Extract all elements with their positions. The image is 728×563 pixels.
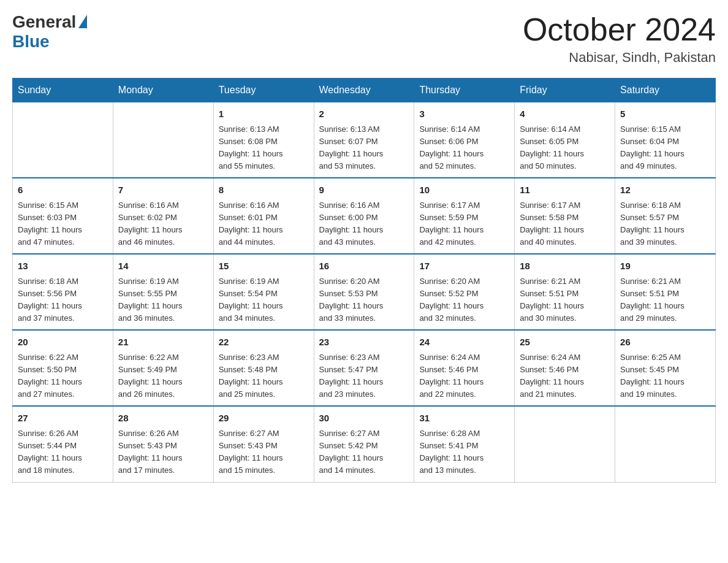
day-info: Sunrise: 6:24 AM Sunset: 5:46 PM Dayligh… (520, 351, 610, 401)
day-number: 18 (520, 259, 610, 274)
calendar-cell-w2-d1: 7Sunrise: 6:16 AM Sunset: 6:02 PM Daylig… (113, 178, 213, 254)
calendar-cell-w5-d3: 30Sunrise: 6:27 AM Sunset: 5:42 PM Dayli… (314, 406, 414, 482)
day-number: 12 (620, 183, 710, 197)
calendar-cell-w5-d2: 29Sunrise: 6:27 AM Sunset: 5:43 PM Dayli… (213, 406, 314, 482)
calendar-cell-w3-d6: 19Sunrise: 6:21 AM Sunset: 5:51 PM Dayli… (615, 254, 716, 330)
calendar-cell-w2-d4: 10Sunrise: 6:17 AM Sunset: 5:59 PM Dayli… (414, 178, 515, 254)
day-number: 7 (118, 183, 208, 197)
day-info: Sunrise: 6:28 AM Sunset: 5:41 PM Dayligh… (419, 427, 509, 477)
day-info: Sunrise: 6:14 AM Sunset: 6:05 PM Dayligh… (520, 123, 610, 173)
day-number: 15 (219, 259, 309, 274)
day-info: Sunrise: 6:19 AM Sunset: 5:55 PM Dayligh… (118, 275, 208, 325)
calendar-week-4: 20Sunrise: 6:22 AM Sunset: 5:50 PM Dayli… (13, 330, 716, 406)
day-number: 13 (18, 259, 108, 274)
calendar-cell-w4-d3: 23Sunrise: 6:23 AM Sunset: 5:47 PM Dayli… (314, 330, 414, 406)
day-number: 2 (319, 107, 409, 121)
day-info: Sunrise: 6:16 AM Sunset: 6:01 PM Dayligh… (219, 199, 309, 249)
day-info: Sunrise: 6:18 AM Sunset: 5:56 PM Dayligh… (18, 275, 108, 325)
logo-line2: Blue (12, 32, 50, 52)
day-number: 29 (219, 412, 309, 426)
logo-general-label: General (12, 12, 76, 32)
calendar-cell-w5-d4: 31Sunrise: 6:28 AM Sunset: 5:41 PM Dayli… (414, 406, 515, 482)
day-info: Sunrise: 6:16 AM Sunset: 6:02 PM Dayligh… (118, 199, 208, 249)
col-sunday: Sunday (13, 79, 113, 102)
day-info: Sunrise: 6:23 AM Sunset: 5:47 PM Dayligh… (319, 351, 409, 401)
calendar-cell-w3-d0: 13Sunrise: 6:18 AM Sunset: 5:56 PM Dayli… (13, 254, 113, 330)
day-number: 23 (319, 335, 409, 350)
calendar-cell-w3-d1: 14Sunrise: 6:19 AM Sunset: 5:55 PM Dayli… (113, 254, 213, 330)
calendar-cell-w1-d4: 3Sunrise: 6:14 AM Sunset: 6:06 PM Daylig… (414, 102, 515, 178)
page-header: General Blue October 2024 Nabisar, Sindh… (12, 12, 716, 66)
location-label: Nabisar, Sindh, Pakistan (523, 50, 716, 66)
day-info: Sunrise: 6:26 AM Sunset: 5:43 PM Dayligh… (118, 427, 208, 477)
day-number: 5 (620, 107, 710, 121)
calendar-cell-w5-d1: 28Sunrise: 6:26 AM Sunset: 5:43 PM Dayli… (113, 406, 213, 482)
calendar-cell-w1-d2: 1Sunrise: 6:13 AM Sunset: 6:08 PM Daylig… (213, 102, 314, 178)
day-number: 25 (520, 335, 610, 350)
day-number: 26 (620, 335, 710, 350)
day-number: 11 (520, 183, 610, 197)
logo-general-text: General (12, 12, 87, 32)
calendar-header-row: Sunday Monday Tuesday Wednesday Thursday… (13, 79, 716, 102)
calendar-cell-w1-d5: 4Sunrise: 6:14 AM Sunset: 6:05 PM Daylig… (515, 102, 615, 178)
day-number: 28 (118, 412, 208, 426)
month-title: October 2024 (523, 12, 716, 47)
day-info: Sunrise: 6:17 AM Sunset: 5:58 PM Dayligh… (520, 199, 610, 249)
day-info: Sunrise: 6:15 AM Sunset: 6:03 PM Dayligh… (18, 199, 108, 249)
day-info: Sunrise: 6:26 AM Sunset: 5:44 PM Dayligh… (18, 427, 108, 477)
day-number: 16 (319, 259, 409, 274)
calendar-cell-w2-d2: 8Sunrise: 6:16 AM Sunset: 6:01 PM Daylig… (213, 178, 314, 254)
day-number: 30 (319, 412, 409, 426)
day-number: 9 (319, 183, 409, 197)
day-number: 22 (219, 335, 309, 350)
day-info: Sunrise: 6:16 AM Sunset: 6:00 PM Dayligh… (319, 199, 409, 249)
calendar-cell-w2-d3: 9Sunrise: 6:16 AM Sunset: 6:00 PM Daylig… (314, 178, 414, 254)
col-thursday: Thursday (414, 79, 515, 102)
calendar-cell-w1-d0 (13, 102, 113, 178)
day-info: Sunrise: 6:19 AM Sunset: 5:54 PM Dayligh… (219, 275, 309, 325)
calendar-table: Sunday Monday Tuesday Wednesday Thursday… (12, 78, 716, 482)
day-number: 1 (219, 107, 309, 121)
calendar-cell-w5-d0: 27Sunrise: 6:26 AM Sunset: 5:44 PM Dayli… (13, 406, 113, 482)
day-info: Sunrise: 6:13 AM Sunset: 6:08 PM Dayligh… (219, 123, 309, 173)
calendar-week-1: 1Sunrise: 6:13 AM Sunset: 6:08 PM Daylig… (13, 102, 716, 178)
col-friday: Friday (515, 79, 615, 102)
day-info: Sunrise: 6:15 AM Sunset: 6:04 PM Dayligh… (620, 123, 710, 173)
title-section: October 2024 Nabisar, Sindh, Pakistan (523, 12, 716, 66)
day-info: Sunrise: 6:20 AM Sunset: 5:53 PM Dayligh… (319, 275, 409, 325)
calendar-week-3: 13Sunrise: 6:18 AM Sunset: 5:56 PM Dayli… (13, 254, 716, 330)
calendar-cell-w3-d4: 17Sunrise: 6:20 AM Sunset: 5:52 PM Dayli… (414, 254, 515, 330)
calendar-cell-w4-d5: 25Sunrise: 6:24 AM Sunset: 5:46 PM Dayli… (515, 330, 615, 406)
col-saturday: Saturday (615, 79, 716, 102)
day-info: Sunrise: 6:21 AM Sunset: 5:51 PM Dayligh… (520, 275, 610, 325)
day-number: 20 (18, 335, 108, 350)
calendar-cell-w2-d6: 12Sunrise: 6:18 AM Sunset: 5:57 PM Dayli… (615, 178, 716, 254)
day-number: 6 (18, 183, 108, 197)
calendar-cell-w3-d3: 16Sunrise: 6:20 AM Sunset: 5:53 PM Dayli… (314, 254, 414, 330)
day-info: Sunrise: 6:17 AM Sunset: 5:59 PM Dayligh… (419, 199, 509, 249)
calendar-cell-w5-d6 (615, 406, 716, 482)
day-number: 24 (419, 335, 509, 350)
day-number: 19 (620, 259, 710, 274)
day-number: 8 (219, 183, 309, 197)
day-number: 10 (419, 183, 509, 197)
day-info: Sunrise: 6:18 AM Sunset: 5:57 PM Dayligh… (620, 199, 710, 249)
day-info: Sunrise: 6:22 AM Sunset: 5:49 PM Dayligh… (118, 351, 208, 401)
calendar-week-5: 27Sunrise: 6:26 AM Sunset: 5:44 PM Dayli… (13, 406, 716, 482)
calendar-cell-w4-d1: 21Sunrise: 6:22 AM Sunset: 5:49 PM Dayli… (113, 330, 213, 406)
day-info: Sunrise: 6:21 AM Sunset: 5:51 PM Dayligh… (620, 275, 710, 325)
logo-triangle-icon (78, 15, 87, 28)
day-number: 27 (18, 412, 108, 426)
calendar-cell-w4-d2: 22Sunrise: 6:23 AM Sunset: 5:48 PM Dayli… (213, 330, 314, 406)
col-wednesday: Wednesday (314, 79, 414, 102)
day-number: 17 (419, 259, 509, 274)
day-number: 31 (419, 412, 509, 426)
calendar-week-2: 6Sunrise: 6:15 AM Sunset: 6:03 PM Daylig… (13, 178, 716, 254)
day-number: 3 (419, 107, 509, 121)
col-tuesday: Tuesday (213, 79, 314, 102)
day-info: Sunrise: 6:13 AM Sunset: 6:07 PM Dayligh… (319, 123, 409, 173)
day-info: Sunrise: 6:25 AM Sunset: 5:45 PM Dayligh… (620, 351, 710, 401)
day-info: Sunrise: 6:22 AM Sunset: 5:50 PM Dayligh… (18, 351, 108, 401)
logo-blue-label: Blue (12, 32, 50, 52)
day-info: Sunrise: 6:14 AM Sunset: 6:06 PM Dayligh… (419, 123, 509, 173)
